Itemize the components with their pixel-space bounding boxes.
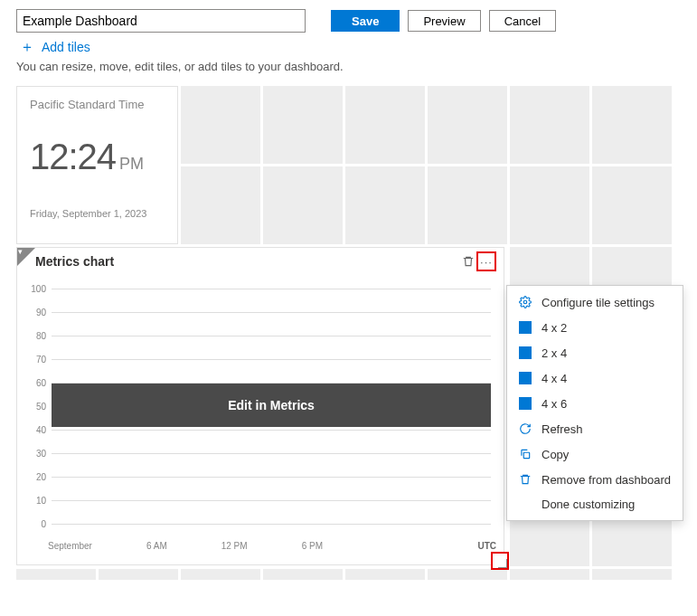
- x-tick: September: [48, 541, 92, 551]
- y-tick: 60: [30, 378, 52, 388]
- menu-remove[interactable]: Remove from dashboard: [507, 467, 683, 492]
- y-tick: 80: [30, 331, 52, 341]
- clock-tile[interactable]: Pacific Standard Time 12:24PM Friday, Se…: [16, 86, 178, 244]
- menu-label: Refresh: [542, 422, 583, 436]
- ellipsis-icon: ···: [480, 255, 493, 269]
- edit-in-metrics-button[interactable]: Edit in Metrics: [52, 384, 491, 427]
- plus-icon: ＋: [20, 40, 34, 54]
- menu-label: Configure tile settings: [542, 296, 655, 309]
- x-tick: 6 PM: [302, 541, 323, 551]
- y-tick: 50: [30, 402, 52, 412]
- menu-done-customizing[interactable]: Done customizing: [507, 492, 683, 516]
- menu-size-4x6[interactable]: 4 x 6: [507, 391, 683, 416]
- preview-button[interactable]: Preview: [408, 10, 480, 32]
- menu-label: Done customizing: [542, 498, 635, 511]
- square-icon: [518, 371, 532, 385]
- clock-timezone: Pacific Standard Time: [30, 98, 165, 111]
- dashboard-title-input[interactable]: [16, 9, 306, 33]
- menu-label: 4 x 2: [542, 321, 567, 335]
- square-icon: [518, 396, 532, 411]
- chart-title: Metrics chart: [35, 254, 460, 269]
- svg-rect-1: [523, 452, 529, 458]
- x-tick: 6 AM: [146, 541, 167, 551]
- menu-size-4x2[interactable]: 4 x 2: [507, 315, 683, 340]
- menu-label: 4 x 4: [542, 372, 567, 385]
- y-tick: 30: [30, 449, 52, 459]
- menu-configure-tile[interactable]: Configure tile settings: [507, 289, 683, 315]
- more-options-button[interactable]: ···: [476, 251, 496, 271]
- tile-context-menu: Configure tile settings 4 x 2 2 x 4 4 x …: [506, 285, 683, 521]
- menu-refresh[interactable]: Refresh: [507, 416, 683, 441]
- help-text: You can resize, move, edit tiles, or add…: [0, 58, 697, 86]
- menu-label: 2 x 4: [542, 346, 567, 360]
- save-button[interactable]: Save: [331, 10, 400, 32]
- refresh-icon: [518, 422, 532, 436]
- y-tick: 0: [30, 519, 52, 529]
- y-tick: 90: [30, 308, 52, 317]
- clock-ampm: PM: [119, 155, 144, 173]
- add-tiles-label: Add tiles: [42, 40, 90, 54]
- metrics-chart-tile[interactable]: ▾ Metrics chart ··· 10090807060504030201…: [16, 247, 504, 565]
- y-tick: 40: [30, 425, 52, 435]
- copy-icon: [518, 447, 532, 461]
- trash-icon[interactable]: [460, 253, 476, 270]
- add-tiles-button[interactable]: ＋ Add tiles: [0, 38, 697, 58]
- menu-label: 4 x 6: [542, 397, 567, 411]
- menu-copy[interactable]: Copy: [507, 441, 683, 467]
- cancel-button[interactable]: Cancel: [489, 10, 556, 32]
- square-icon: [518, 346, 532, 360]
- svg-point-0: [523, 300, 527, 304]
- trash-icon: [518, 472, 532, 487]
- gear-icon: [518, 295, 532, 309]
- chart-tz-label: UTC: [477, 541, 496, 551]
- y-tick: 70: [30, 355, 52, 365]
- square-icon: [518, 320, 532, 335]
- menu-label: Copy: [542, 448, 569, 461]
- menu-size-2x4[interactable]: 2 x 4: [507, 340, 683, 365]
- menu-label: Remove from dashboard: [542, 473, 671, 487]
- menu-size-4x4[interactable]: 4 x 4: [507, 365, 683, 391]
- clock-time: 12:24: [30, 137, 116, 176]
- chart-plot-area: 1009080706050403020100 Edit in Metrics: [17, 271, 504, 537]
- y-tick: 10: [30, 496, 52, 506]
- x-tick: 12 PM: [221, 541, 248, 551]
- clock-date: Friday, September 1, 2023: [30, 208, 165, 219]
- y-tick: 100: [30, 284, 52, 294]
- y-tick: 20: [30, 472, 52, 482]
- resize-handle[interactable]: [491, 552, 509, 570]
